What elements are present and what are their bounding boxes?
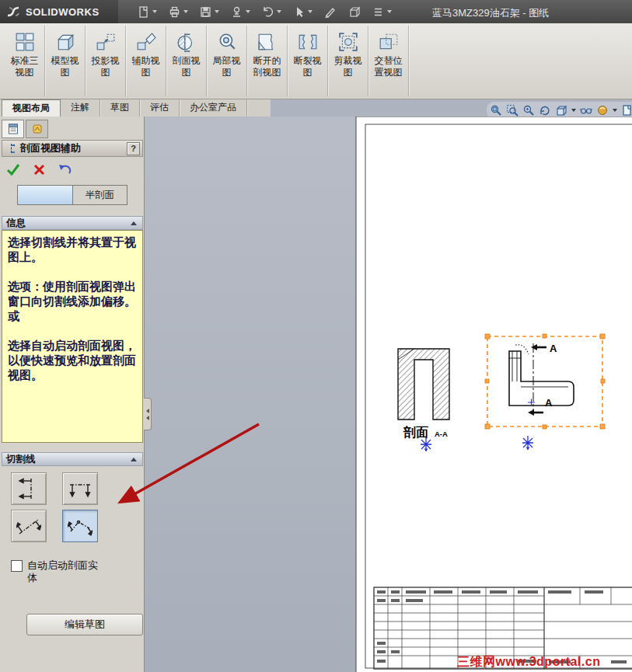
display-style-icon[interactable] [555, 104, 567, 117]
display-pane-tab[interactable] [26, 120, 48, 138]
zoom-area-icon[interactable] [506, 104, 519, 117]
section-view-icon [176, 32, 197, 52]
zoom-selection-icon[interactable] [522, 104, 535, 117]
message-line: 选择自动启动剖面视图，以便快速预览和放置剖面视图。 [8, 338, 137, 382]
sketch-tool-button[interactable] [323, 5, 337, 19]
new-document-icon [137, 5, 150, 19]
break-view-icon [298, 32, 318, 52]
panel-collapse-handle[interactable] [144, 398, 152, 430]
model-view-button[interactable]: 模型视 图 [45, 26, 86, 96]
appearances-icon[interactable] [596, 104, 609, 117]
standard-3-views-button[interactable]: 标准三 视图 [5, 26, 45, 96]
standard-3-views-icon [15, 32, 35, 52]
options-list-icon [372, 5, 385, 19]
dropdown-caret-icon[interactable] [183, 10, 188, 13]
collapse-chevron-icon [131, 221, 137, 225]
chevron-left-icon [146, 409, 149, 413]
auxiliary-view-button[interactable]: 辅助视 图 [126, 26, 166, 96]
crop-view-button[interactable]: 剪裁视 图 [328, 26, 368, 96]
save-button[interactable] [199, 5, 219, 19]
undo-button[interactable] [56, 162, 73, 177]
projected-view-icon [96, 32, 116, 52]
print-button[interactable] [168, 5, 188, 19]
auxiliary-cutting-line-icon [16, 514, 41, 538]
collapse-chevron-icon [131, 458, 137, 461]
auto-start-label: 自动启动剖面实体 [27, 559, 102, 584]
pencil-icon [323, 5, 337, 19]
dropdown-caret-icon[interactable] [387, 10, 392, 13]
edit-sketch-button[interactable]: 编辑草图 [26, 614, 143, 635]
info-group-header[interactable]: 信息 [2, 216, 143, 230]
tab-evaluate[interactable]: 评估 [140, 99, 180, 117]
vertical-cutting-line-icon [16, 477, 41, 500]
model-view-icon [55, 32, 75, 52]
cutting-line-auxiliary-button[interactable] [11, 510, 47, 542]
cutting-line-aligned-button[interactable] [62, 510, 98, 542]
dropdown-caret-icon[interactable] [215, 10, 219, 13]
select-button[interactable] [292, 5, 313, 19]
solidworks-window: SOLIDWORKS [0, 0, 632, 672]
cutting-line-horizontal-button[interactable] [62, 472, 98, 505]
detail-view-button[interactable]: 局部视 图 [207, 26, 247, 96]
tab-view-layout[interactable]: 视图布局 [2, 99, 61, 117]
alternate-position-view-button[interactable]: 交替位 置视图 [368, 26, 409, 96]
rebuild-button[interactable] [230, 5, 250, 19]
panel-title: 剖面视图辅助 [17, 141, 127, 155]
section-letter-bottom: A [545, 397, 553, 409]
tab-sketch[interactable]: 草图 [100, 99, 140, 117]
options-button[interactable] [372, 5, 392, 19]
section-assist-icon [5, 143, 17, 155]
new-document-button[interactable] [137, 5, 157, 19]
quick-access-toolbar [118, 5, 392, 19]
broken-out-section-button[interactable]: 断开的 剖视图 [247, 26, 288, 96]
horizontal-cutting-line-icon [68, 477, 93, 500]
dropdown-caret-icon[interactable] [277, 10, 281, 13]
save-icon [199, 5, 212, 19]
rotate-view-icon[interactable] [539, 104, 551, 117]
cube-icon [347, 5, 361, 19]
section-tab[interactable] [17, 185, 72, 205]
tab-annotation[interactable]: 注解 [61, 99, 100, 117]
dropdown-caret-icon[interactable] [613, 109, 617, 112]
cancel-button[interactable] [30, 162, 47, 177]
property-manager-tab[interactable] [2, 120, 24, 138]
cutting-line-vertical-button[interactable] [11, 472, 47, 505]
hide-show-items-icon[interactable] [580, 104, 592, 117]
ok-button[interactable] [5, 162, 22, 177]
message-line: 选择切割线并将其置于视图上。 [8, 235, 137, 264]
drawing-sheet[interactable] [356, 117, 632, 672]
broken-out-section-icon [257, 32, 278, 52]
dropdown-caret-icon[interactable] [571, 109, 576, 112]
property-manager-header: 剖面视图辅助 ? [2, 140, 143, 157]
projected-view-button[interactable]: 投影视 图 [86, 26, 126, 96]
cutting-line-group-header[interactable]: 切割线 [2, 452, 143, 466]
help-button[interactable]: ? [127, 142, 140, 155]
section-type-tabs: 半剖面 [17, 185, 127, 205]
message-box: 选择切割线并将其置于视图上。 选项：使用剖面视图弹出窗口向切割线添加偏移。 或 … [2, 230, 143, 443]
drawing-canvas[interactable]: 剖面 A-A [145, 117, 632, 672]
section-letter-top: A [550, 343, 557, 354]
undo-button[interactable] [261, 5, 281, 19]
dropdown-caret-icon[interactable] [308, 10, 313, 13]
sheet-properties-icon[interactable] [621, 104, 632, 117]
dropdown-caret-icon[interactable] [246, 10, 250, 13]
model-tool-button[interactable] [347, 5, 361, 19]
panel-tab-row [2, 120, 48, 138]
tab-office-products[interactable]: 办公室产品 [180, 99, 247, 117]
half-section-tab[interactable]: 半剖面 [72, 185, 128, 205]
break-view-button[interactable]: 断裂视 图 [288, 26, 328, 96]
crop-view-icon [338, 32, 358, 52]
solidworks-logo: SOLIDWORKS [0, 0, 118, 23]
close-icon [33, 164, 45, 176]
rebuild-icon [230, 5, 243, 19]
auxiliary-view-icon [136, 32, 156, 52]
drawing-graphics: 剖面 A-A [145, 117, 632, 672]
window-title: 蓝马3MZ329油石架 - 图纸 [432, 6, 630, 20]
solidworks-logo-text: SOLIDWORKS [26, 6, 100, 18]
section-view-button[interactable]: 剖面视 图 [166, 26, 207, 96]
zoom-fit-icon[interactable] [490, 104, 502, 117]
solidworks-logo-icon [6, 5, 22, 18]
dropdown-caret-icon[interactable] [152, 10, 157, 13]
aligned-cutting-line-icon [68, 514, 93, 538]
auto-start-checkbox[interactable] [11, 560, 23, 572]
